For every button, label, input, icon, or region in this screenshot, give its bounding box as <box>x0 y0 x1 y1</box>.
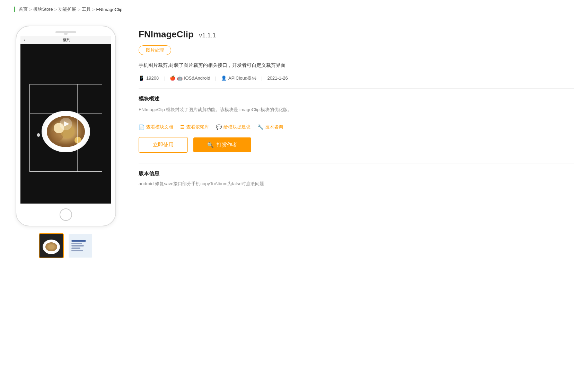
provider-label: APICloud提供 <box>228 75 256 81</box>
android-icon: 🤖 <box>177 75 183 81</box>
docs-icon: 📄 <box>139 124 144 130</box>
crop-hline2 <box>30 142 102 142</box>
meta-platform: 🍎 🤖 iOS&Android <box>170 75 210 81</box>
thumbnails <box>39 233 93 258</box>
breadcrumb: 首页 > 模块Store > 功能扩展 > 工具 > FNImageClip <box>0 0 588 19</box>
product-description: 手机图片裁剪,封装了图片裁剪的相关接口，开发者可自定义裁剪界面 <box>139 61 574 70</box>
phone-title-bar: ‹ 概列 <box>20 36 111 44</box>
breadcrumb-module-store[interactable]: 模块Store <box>33 6 53 12</box>
version-text: android 修复save接口部分手机copyToAlbum为false时崩溃… <box>139 180 574 188</box>
link-deps[interactable]: ☰ 查看依赖库 <box>180 124 209 130</box>
link-deps-label: 查看依赖库 <box>186 124 209 130</box>
meta-downloads: 📱 19208 <box>139 75 159 81</box>
phone-home-button <box>60 208 72 221</box>
meta-date: 2021-1-26 <box>267 75 288 81</box>
meta-row: 📱 19208 | 🍎 🤖 iOS&Android | 👤 APICloud提供… <box>139 75 574 81</box>
thumb2-line-5 <box>71 250 83 251</box>
product-name: FNImageClip <box>139 29 194 39</box>
crop-vline2 <box>77 84 78 171</box>
phone-mockup: ‹ 概列 <box>16 26 116 226</box>
meta-divider-3: | <box>261 75 262 81</box>
downloads-count: 19208 <box>146 75 159 81</box>
deps-icon: ☰ <box>180 124 185 130</box>
consult-icon: 🔧 <box>257 124 263 130</box>
link-docs-label: 查看模块文档 <box>146 124 173 130</box>
breadcrumb-sep-3: > <box>78 7 80 12</box>
breadcrumb-tools[interactable]: 工具 <box>82 6 91 12</box>
action-row: 立即使用 🔍 打赏作者 <box>139 137 574 153</box>
links-row: 📄 查看模块文档 ☰ 查看依赖库 💬 给模块提建议 🔧 技术咨询 <box>139 124 574 130</box>
version-section: 版本信息 android 修复save接口部分手机copyToAlbum为fal… <box>139 170 574 188</box>
thumb2-line-3 <box>71 245 84 246</box>
product-tag: 图片处理 <box>139 45 171 55</box>
thumb2-inner <box>69 234 92 258</box>
link-suggest-label: 给模块提建议 <box>223 124 251 130</box>
breadcrumb-bar <box>14 7 15 12</box>
overview-title: 模块概述 <box>139 96 574 102</box>
link-consult[interactable]: 🔧 技术咨询 <box>257 124 283 130</box>
thumb2-line-1 <box>71 240 86 242</box>
food-image: ● 录制中…保存相册 <box>20 44 111 204</box>
thumb1-inner <box>40 234 63 258</box>
breadcrumb-sep-4: > <box>92 7 95 12</box>
reward-label: 打赏作者 <box>217 142 237 148</box>
link-suggest[interactable]: 💬 给模块提建议 <box>216 124 251 130</box>
phone-back-arrow: ‹ <box>24 38 25 43</box>
product-title: FNImageClip v1.1.1 <box>139 29 574 40</box>
link-consult-label: 技术咨询 <box>265 124 283 130</box>
phone-icon: 📱 <box>139 75 144 81</box>
divider-2 <box>139 163 574 163</box>
breadcrumb-feature[interactable]: 功能扩展 <box>58 6 76 12</box>
apple-icon: 🍎 <box>170 75 175 81</box>
thumbnail-2[interactable] <box>68 233 93 258</box>
thumbnail-1[interactable] <box>39 233 64 258</box>
meta-divider-2: | <box>215 75 216 81</box>
product-version: v1.1.1 <box>199 32 216 39</box>
breadcrumb-sep-2: > <box>54 7 57 12</box>
phone-camera <box>64 32 68 35</box>
meta-provider: 👤 APICloud提供 <box>221 75 256 81</box>
thumb2-line-4 <box>71 248 80 249</box>
suggest-icon: 💬 <box>216 124 222 130</box>
overview-text: FNImageClip 模块封装了图片裁剪功能。该模块是 imageClip 模… <box>139 106 574 114</box>
link-docs[interactable]: 📄 查看模块文档 <box>139 124 173 130</box>
play-button[interactable] <box>60 118 72 130</box>
platform-label: iOS&Android <box>184 75 210 81</box>
reward-button[interactable]: 🔍 打赏作者 <box>193 137 251 152</box>
thumb1-plate <box>43 240 60 254</box>
breadcrumb-current: FNImageClip <box>96 7 122 12</box>
phone-screen: ‹ 概列 <box>20 36 111 205</box>
version-title: 版本信息 <box>139 170 574 177</box>
phone-section: ‹ 概列 <box>14 26 118 258</box>
thumb2-line-2 <box>71 243 82 244</box>
phone-title-text: 概列 <box>63 37 70 43</box>
divider-1 <box>139 88 574 89</box>
circle-handle <box>37 133 40 137</box>
thumb2-lines <box>69 237 92 254</box>
product-section: FNImageClip v1.1.1 图片处理 手机图片裁剪,封装了图片裁剪的相… <box>139 26 574 188</box>
reward-icon: 🔍 <box>207 142 214 148</box>
meta-divider-1: | <box>164 75 165 81</box>
breadcrumb-sep-1: > <box>29 7 32 12</box>
breadcrumb-home[interactable]: 首页 <box>19 6 28 12</box>
main-container: ‹ 概列 <box>0 19 588 272</box>
update-date: 2021-1-26 <box>267 75 288 81</box>
user-icon: 👤 <box>221 75 227 81</box>
use-button[interactable]: 立即使用 <box>139 137 188 153</box>
phone-content: ● 录制中…保存相册 <box>20 44 111 204</box>
